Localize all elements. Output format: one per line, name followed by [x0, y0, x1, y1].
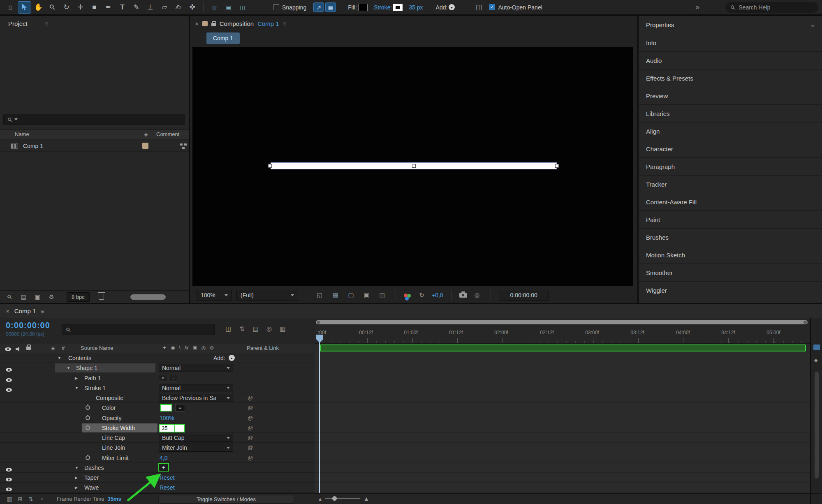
guides-icon[interactable]: ▣ [361, 290, 372, 300]
row-stroke-width[interactable]: Stroke Width 35 @ [0, 423, 810, 433]
project-settings-icon[interactable]: ⚙ [46, 292, 57, 301]
flowchart-icon[interactable] [180, 143, 187, 149]
panel-tab-brushes[interactable]: Brushes [639, 228, 822, 246]
stopwatch-icon[interactable] [86, 416, 90, 420]
properties-panel-menu-icon[interactable]: ≡ [811, 21, 815, 28]
path-mask-icon[interactable]: → [169, 375, 177, 381]
auto-open-panel-checkbox[interactable]: ✓ [489, 4, 495, 10]
panel-tab-preview[interactable]: Preview [639, 87, 822, 104]
stopwatch-icon[interactable] [86, 425, 90, 430]
close-icon[interactable]: × [195, 20, 199, 27]
render-time-pane-icon[interactable]: ◔ [36, 495, 47, 504]
comment-column-header[interactable]: Comment [156, 131, 179, 137]
pan-behind-tool[interactable]: ✛ [74, 2, 87, 13]
panel-tab-info[interactable]: Info [639, 34, 822, 51]
composite-dropdown[interactable]: Below Previous in Sa [159, 394, 233, 402]
row-shape1[interactable]: ▼ Shape 1 Normal [0, 363, 810, 373]
path-direction-icon[interactable]: ≈ [159, 375, 167, 381]
roi-icon[interactable]: ◱ [314, 290, 325, 300]
label-color-swatch[interactable] [142, 143, 148, 149]
video-column-eye-icon[interactable] [5, 346, 11, 352]
home-icon[interactable]: ⌂ [4, 2, 17, 13]
panel-tab-paragraph[interactable]: Paragraph [639, 157, 822, 175]
name-column-header[interactable]: Name [15, 131, 29, 137]
panel-tab-libraries[interactable]: Libraries [639, 104, 822, 122]
frame-blending-icon[interactable]: ◎ [264, 324, 275, 334]
shy-switch-icon[interactable]: ✦ [162, 345, 167, 351]
search-help-field[interactable]: ⚲ Search Help [725, 2, 818, 13]
row-opacity[interactable]: Opacity 100% @ [0, 413, 810, 423]
snap-edge-option-button[interactable]: ↗ [313, 2, 324, 12]
stroke-color-swatch[interactable] [393, 4, 403, 11]
transparency-grid-icon[interactable]: ▦ [330, 290, 341, 300]
row-line-cap[interactable]: Line Cap Butt Cap @ [0, 433, 810, 443]
new-composition-icon[interactable]: ▣ [32, 292, 43, 301]
panel-tab-smoother[interactable]: Smoother [639, 264, 822, 281]
timeline-panel-menu-icon[interactable]: ≡ [41, 307, 44, 314]
parent-link-column-header[interactable]: Parent & Link [247, 345, 279, 351]
delete-trash-icon[interactable] [99, 294, 104, 300]
color-depth-button[interactable]: 8 bpc [67, 292, 90, 302]
panel-tab-effects-presets[interactable]: Effects & Presets [639, 69, 822, 87]
zoom-tool[interactable]: ⚲ [46, 2, 59, 13]
panel-tab-motion-sketch[interactable]: Motion Sketch [639, 246, 822, 264]
selection-handle-right[interactable] [555, 164, 559, 168]
opacity-value[interactable]: 100% [160, 415, 174, 421]
panel-tab-content-aware-fill[interactable]: Content-Aware Fill [639, 193, 822, 210]
timeline-close-icon[interactable]: × [6, 307, 9, 314]
composition-mini-flowchart-icon[interactable]: ◫ [223, 324, 234, 334]
timeline-search-field[interactable]: ⚲ [62, 324, 215, 335]
pick-whip-icon[interactable]: @ [248, 425, 253, 431]
add-dash-button-highlighted[interactable]: + [158, 463, 169, 472]
panel-tab-wiggler[interactable]: Wiggler [639, 281, 822, 299]
pick-whip-icon[interactable]: @ [248, 455, 253, 461]
resolution-dropdown[interactable]: (Full) [236, 290, 298, 301]
contents-add-button[interactable]: ▸ [229, 355, 235, 361]
twirl-icon[interactable]: ▼ [75, 386, 79, 390]
project-item-name[interactable]: Comp 1 [23, 143, 43, 149]
fill-color-swatch[interactable] [358, 4, 368, 11]
zoom-slider-track[interactable] [325, 498, 360, 499]
panel-tab-align[interactable]: Align [639, 122, 822, 140]
selection-handle-left[interactable] [268, 164, 272, 168]
toolbar-overflow-chevrons[interactable]: » [695, 3, 699, 12]
brush-tool[interactable]: ✎ [130, 2, 143, 13]
visibility-eye-icon[interactable] [6, 476, 12, 483]
fx-switch-icon[interactable]: fx [185, 345, 188, 351]
project-item-comp1[interactable]: Comp 1 [0, 141, 189, 152]
lock-column-icon[interactable] [26, 344, 31, 351]
zoom-out-icon[interactable]: ▴ [319, 495, 322, 502]
exposure-value[interactable]: +0,0 [432, 292, 443, 298]
threed-switch-icon[interactable]: ⊘ [210, 345, 214, 351]
timeline-zoom-control[interactable]: ▴ ▲ [319, 495, 369, 502]
stroke-width-value[interactable]: 35 px [409, 4, 423, 11]
visibility-eye-icon[interactable] [6, 486, 12, 492]
time-ruler[interactable]: :00f 00:12f 01:00f 01:12f 02:00f 02:12f … [315, 326, 810, 344]
row-taper[interactable]: ▶ Taper Reset [0, 473, 810, 483]
toggle-switches-modes-button[interactable]: Toggle Switches / Modes [158, 495, 294, 504]
twirl-icon[interactable]: ▼ [58, 356, 61, 360]
current-time-display[interactable]: 0:00:00:00 [6, 321, 50, 330]
zoom-slider-knob[interactable] [332, 496, 337, 501]
row-line-join[interactable]: Line Join Miter Join @ [0, 443, 810, 453]
twirl-icon[interactable]: ▶ [75, 476, 78, 480]
shape1-blend-mode-dropdown[interactable]: Normal [159, 364, 233, 372]
pick-whip-icon[interactable]: @ [248, 395, 253, 401]
local-axis-mode-button[interactable]: ◇ [208, 2, 221, 13]
panel-tab-paint[interactable]: Paint [639, 210, 822, 228]
taper-reset-link[interactable]: Reset [160, 474, 175, 481]
lock-icon[interactable] [211, 23, 216, 26]
hide-shy-layers-icon[interactable]: ▤ [250, 324, 261, 334]
row-wave[interactable]: ▶ Wave Reset [0, 483, 810, 492]
row-color[interactable]: Color = @ [0, 403, 810, 413]
world-axis-mode-button[interactable]: ▣ [222, 2, 235, 13]
label-column-icon[interactable]: ◈ [51, 345, 55, 351]
timeline-vertical-scrollbar[interactable] [815, 372, 819, 479]
color-gradient-toggle-icon[interactable]: = [175, 404, 185, 412]
stroke1-blend-mode-dropdown[interactable]: Normal [159, 384, 233, 392]
source-name-column-header[interactable]: Source Name [81, 345, 113, 351]
zoom-in-icon[interactable]: ▲ [364, 495, 369, 502]
composition-tab-label[interactable]: Composition [220, 20, 254, 27]
comp1-viewer-tab[interactable]: Comp 1 [206, 32, 240, 44]
motion-blur-switch-icon[interactable]: ◎ [201, 345, 206, 351]
